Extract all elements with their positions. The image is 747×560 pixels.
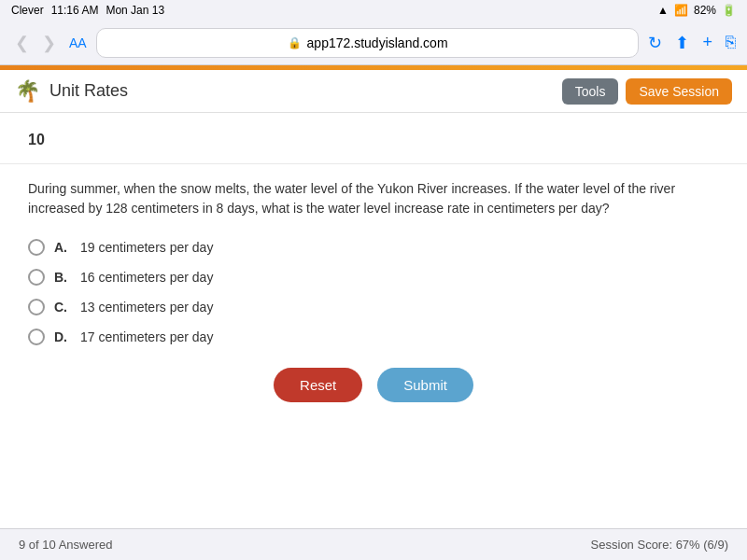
radio-a[interactable] bbox=[28, 239, 45, 256]
radio-d[interactable] bbox=[28, 329, 45, 345]
answer-option-d[interactable]: D. 17 centimeters per day bbox=[28, 329, 719, 345]
answer-option-a[interactable]: A. 19 centimeters per day bbox=[28, 239, 719, 256]
option-text-3: 17 centimeters per day bbox=[80, 329, 213, 344]
signal-icon: ▲ bbox=[657, 4, 669, 17]
option-text-0: 19 centimeters per day bbox=[80, 240, 213, 255]
option-label-1: B. bbox=[54, 270, 67, 285]
app-title: Unit Rates bbox=[49, 81, 128, 101]
new-tab-button[interactable]: + bbox=[702, 33, 712, 52]
score-text: Session Score: 67% (6/9) bbox=[591, 538, 728, 552]
reload-button[interactable]: ↻ bbox=[648, 33, 662, 53]
action-buttons: Reset Submit bbox=[28, 368, 719, 402]
main-content: 10 During summer, when the snow melts, t… bbox=[0, 113, 747, 421]
footer: 9 of 10 Answered Session Score: 67% (6/9… bbox=[0, 528, 747, 560]
palm-icon: 🌴 bbox=[15, 79, 40, 104]
answer-option-b[interactable]: B. 16 centimeters per day bbox=[28, 269, 719, 286]
address-bar[interactable]: 🔒 app172.studyisland.com bbox=[96, 28, 640, 58]
battery-display: 82% bbox=[694, 4, 716, 17]
url-display: app172.studyisland.com bbox=[307, 35, 448, 50]
submit-button[interactable]: Submit bbox=[377, 368, 473, 402]
forward-button[interactable]: ❯ bbox=[38, 31, 60, 55]
reset-button[interactable]: Reset bbox=[274, 368, 362, 402]
app-name-status: Clever bbox=[11, 4, 44, 17]
radio-c[interactable] bbox=[28, 299, 45, 315]
answer-options: A. 19 centimeters per day B. 16 centimet… bbox=[28, 239, 719, 345]
question-number: 10 bbox=[28, 132, 719, 148]
app-header: 🌴 Unit Rates Tools Save Session bbox=[0, 70, 747, 113]
status-bar: Clever 11:16 AM Mon Jan 13 ▲ 📶 82% 🔋 bbox=[0, 0, 747, 21]
tools-button[interactable]: Tools bbox=[562, 78, 619, 105]
share-button[interactable]: ⬆ bbox=[675, 33, 689, 53]
option-label-3: D. bbox=[54, 329, 67, 344]
browser-chrome: ❮ ❯ AA 🔒 app172.studyisland.com ↻ ⬆ + ⎘ bbox=[0, 21, 747, 65]
date-display: Mon Jan 13 bbox=[106, 4, 164, 17]
lock-icon: 🔒 bbox=[288, 36, 302, 49]
battery-icon: 🔋 bbox=[722, 4, 736, 17]
progress-text: 9 of 10 Answered bbox=[19, 538, 112, 552]
question-text: During summer, when the snow melts, the … bbox=[28, 179, 719, 218]
divider bbox=[0, 163, 747, 164]
option-label-0: A. bbox=[54, 240, 67, 255]
radio-b[interactable] bbox=[28, 269, 45, 286]
option-text-1: 16 centimeters per day bbox=[80, 270, 213, 285]
save-session-button[interactable]: Save Session bbox=[626, 78, 732, 105]
tabs-button[interactable]: ⎘ bbox=[726, 33, 736, 52]
wifi-icon: 📶 bbox=[674, 4, 688, 17]
time-display: 11:16 AM bbox=[51, 4, 99, 17]
answer-option-c[interactable]: C. 13 centimeters per day bbox=[28, 299, 719, 315]
option-label-2: C. bbox=[54, 300, 67, 315]
back-button[interactable]: ❮ bbox=[11, 31, 33, 55]
reader-button[interactable]: AA bbox=[69, 35, 87, 50]
option-text-2: 13 centimeters per day bbox=[80, 300, 213, 315]
